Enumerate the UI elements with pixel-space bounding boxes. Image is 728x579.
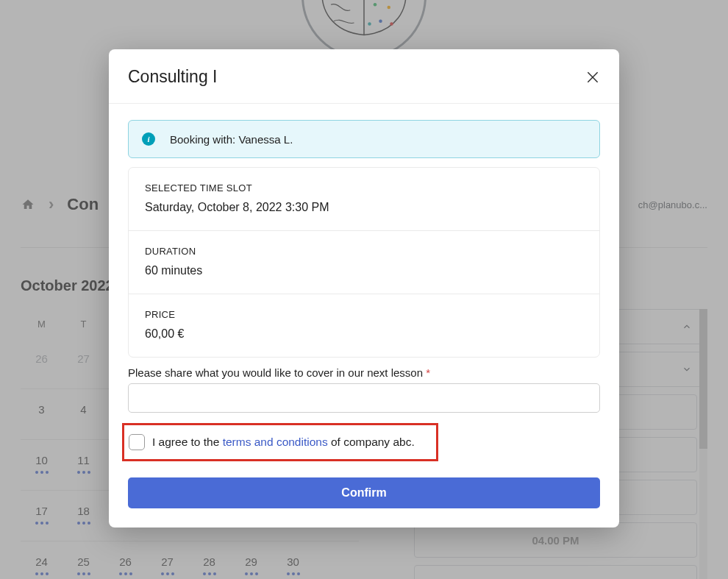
duration-row: DURATION 60 minutes — [129, 231, 599, 294]
selected-slot-label: SELECTED TIME SLOT — [145, 182, 583, 193]
duration-value: 60 minutes — [145, 264, 583, 277]
duration-label: DURATION — [145, 246, 583, 257]
booking-details-card: SELECTED TIME SLOT Saturday, October 8, … — [128, 167, 600, 358]
close-icon[interactable] — [585, 70, 600, 85]
price-row: PRICE 60,00 € — [129, 294, 599, 357]
selected-slot-row: SELECTED TIME SLOT Saturday, October 8, … — [129, 168, 599, 231]
info-banner-text: Booking with: Vanessa L. — [170, 133, 293, 146]
price-label: PRICE — [145, 309, 583, 320]
question-label: Please share what you would like to cove… — [128, 366, 600, 379]
terms-link[interactable]: terms and conditions — [223, 436, 328, 448]
terms-checkbox[interactable] — [129, 434, 145, 450]
selected-slot-value: Saturday, October 8, 2022 3:30 PM — [145, 201, 583, 214]
info-icon: i — [142, 132, 155, 146]
lesson-topic-input[interactable] — [128, 383, 600, 413]
consent-highlight-box: I agree to the terms and conditions of c… — [122, 423, 438, 461]
modal-title: Consulting I — [128, 67, 217, 87]
confirm-button[interactable]: Confirm — [128, 477, 600, 508]
price-value: 60,00 € — [145, 327, 583, 341]
info-banner: i Booking with: Vanessa L. — [128, 120, 600, 158]
booking-modal: Consulting I i Booking with: Vanessa L. … — [109, 49, 619, 528]
consent-text: I agree to the terms and conditions of c… — [152, 436, 415, 449]
modal-header: Consulting I — [109, 49, 619, 104]
modal-body: i Booking with: Vanessa L. SELECTED TIME… — [109, 104, 619, 528]
